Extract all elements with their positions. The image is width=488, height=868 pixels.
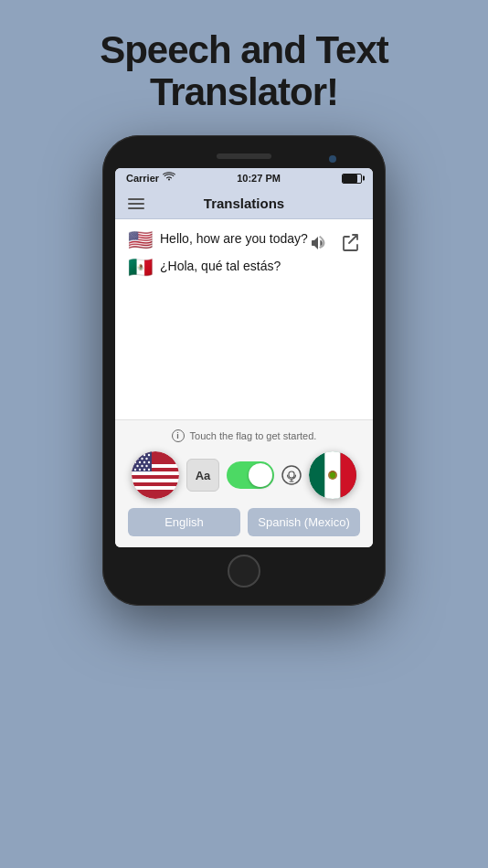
svg-point-23 [148, 469, 150, 471]
toggle-knob [249, 463, 272, 487]
text-mode-button[interactable]: Aa [186, 459, 219, 492]
svg-rect-4 [132, 486, 179, 490]
phone-frame: Carrier 10:27 PM [102, 135, 386, 606]
translation-row-target: 🇲🇽 ¿Hola, qué tal estás? [128, 258, 360, 278]
target-translation-text: ¿Hola, qué tal estás? [160, 258, 360, 276]
status-bar: Carrier 10:27 PM [115, 168, 373, 188]
speech-icon [281, 465, 302, 485]
wifi-icon [163, 172, 175, 185]
carrier-label: Carrier [126, 173, 159, 184]
status-right [342, 174, 362, 184]
svg-point-8 [143, 454, 145, 456]
hint-label: Touch the flag to get started. [190, 430, 317, 441]
battery-icon [342, 174, 362, 184]
target-flag-button[interactable] [309, 451, 356, 499]
source-language-button[interactable]: English [128, 508, 240, 536]
phone-bottom-bar [115, 547, 373, 593]
text-mode-label: Aa [196, 469, 211, 482]
source-flag-icon: 🇺🇸 [128, 230, 153, 250]
svg-rect-2 [132, 471, 179, 475]
svg-rect-3 [132, 479, 179, 482]
svg-rect-29 [341, 451, 356, 499]
mode-toggle[interactable] [227, 461, 274, 489]
svg-point-22 [143, 469, 145, 471]
status-time: 10:27 PM [237, 173, 281, 184]
phone-camera [329, 155, 336, 163]
phone-screen: Carrier 10:27 PM [115, 168, 373, 547]
svg-point-31 [330, 472, 335, 479]
action-icons [311, 232, 362, 254]
bottom-controls: i Touch the flag to get started. [115, 420, 373, 547]
svg-point-20 [134, 469, 136, 471]
svg-point-6 [134, 454, 136, 456]
home-button[interactable] [228, 555, 260, 587]
target-flag-icon: 🇲🇽 [128, 258, 153, 278]
svg-point-19 [145, 465, 147, 467]
svg-point-12 [145, 458, 147, 460]
battery-fill [343, 175, 357, 183]
svg-point-15 [143, 461, 145, 463]
svg-point-14 [139, 461, 141, 463]
target-language-button[interactable]: Spanish (Mexico) [248, 508, 360, 536]
svg-point-10 [136, 458, 138, 460]
svg-point-9 [148, 454, 150, 456]
page-title: Speech and Text Translator! [63, 0, 425, 135]
speaker-button[interactable] [311, 232, 333, 254]
svg-point-11 [141, 458, 143, 460]
svg-point-13 [134, 461, 136, 463]
svg-point-21 [139, 469, 141, 471]
hint-text: i Touch the flag to get started. [128, 429, 360, 442]
svg-point-16 [148, 461, 150, 463]
nav-title: Translations [144, 196, 344, 211]
phone-speaker [217, 153, 271, 159]
svg-point-18 [141, 465, 143, 467]
phone-top-bar [115, 148, 373, 168]
info-icon: i [172, 429, 185, 442]
share-button[interactable] [340, 232, 362, 254]
controls-row: Aa [128, 451, 360, 499]
source-flag-button[interactable] [132, 451, 179, 499]
svg-point-7 [139, 454, 141, 456]
status-left: Carrier [126, 172, 175, 185]
language-buttons: English Spanish (Mexico) [128, 508, 360, 536]
hamburger-icon[interactable] [128, 198, 144, 209]
translation-area: 🇺🇸 Hello, how are you today? 🇲🇽 ¿Hola, q… [115, 219, 373, 420]
svg-point-17 [136, 465, 138, 467]
nav-bar: Translations [115, 188, 373, 219]
